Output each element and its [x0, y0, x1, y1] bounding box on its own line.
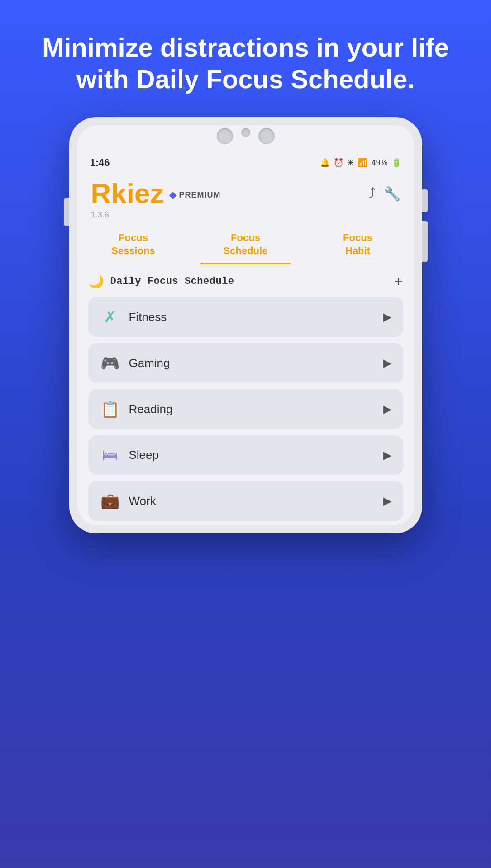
fitness-label: Fitness: [129, 310, 167, 324]
diamond-icon: ◆: [169, 189, 176, 200]
reading-label: Reading: [129, 402, 173, 416]
camera-dot-center: [241, 128, 250, 137]
schedule-item-sleep[interactable]: 🛏 Sleep ▶: [88, 435, 403, 475]
phone-screen: 1:46 🔔 ⏰ ✳ 📶 49% 🔋 Rkiez ◆ PREMIUM: [77, 125, 414, 525]
item-left-sleep: 🛏 Sleep: [100, 446, 159, 464]
alarm-icon: ⏰: [334, 158, 343, 168]
side-button-left: [64, 198, 69, 226]
item-left-gaming: 🎮 Gaming: [100, 354, 170, 372]
gaming-icon: 🎮: [100, 354, 120, 372]
app-header-icons: ⤴ 🔧: [369, 186, 400, 202]
schedule-header-left: 🌙 Daily Focus Schedule: [88, 274, 234, 289]
schedule-title: Daily Focus Schedule: [110, 276, 234, 287]
sleep-icon: 🛏: [100, 446, 120, 464]
camera-dot-left: [217, 128, 233, 144]
chevron-right-gaming: ▶: [383, 357, 391, 369]
share-icon[interactable]: ⤴: [369, 186, 376, 202]
tab-focus-schedule[interactable]: Focus Schedule: [190, 224, 302, 264]
tabs: Focus Sessions Focus Schedule Focus Habi…: [77, 224, 414, 264]
item-left-reading: 📋 Reading: [100, 400, 173, 418]
chevron-right-fitness: ▶: [383, 311, 391, 323]
hero-tagline: Minimize distractions in your life with …: [0, 0, 491, 117]
battery-icon: 🔋: [391, 158, 401, 168]
tab-focus-habit[interactable]: Focus Habit: [302, 224, 414, 264]
schedule-item-gaming[interactable]: 🎮 Gaming ▶: [88, 343, 403, 383]
wifi-icon: 📶: [358, 158, 367, 168]
item-left-work: 💼 Work: [100, 492, 156, 510]
schedule-item-reading[interactable]: 📋 Reading ▶: [88, 389, 403, 429]
phone-frame: 1:46 🔔 ⏰ ✳ 📶 49% 🔋 Rkiez ◆ PREMIUM: [69, 117, 422, 533]
chevron-right-sleep: ▶: [383, 449, 391, 462]
app-title: Rkiez: [91, 179, 164, 208]
schedule-items: ✗ Fitness ▶ 🎮 Gaming ▶ 📋: [88, 297, 403, 521]
schedule-item-work[interactable]: 💼 Work ▶: [88, 481, 403, 521]
tab-focus-sessions[interactable]: Focus Sessions: [77, 224, 190, 264]
fitness-icon: ✗: [100, 308, 120, 326]
gaming-label: Gaming: [129, 356, 170, 370]
schedule-section: 🌙 Daily Focus Schedule + ✗ Fitness ▶: [77, 264, 414, 525]
reading-icon: 📋: [100, 400, 120, 418]
work-label: Work: [129, 494, 156, 508]
side-button-right-1: [422, 189, 428, 212]
app-version: 1.3.6: [91, 210, 221, 220]
status-bar: 1:46 🔔 ⏰ ✳ 📶 49% 🔋: [77, 151, 414, 172]
work-icon: 💼: [100, 492, 120, 510]
status-icons: 🔔 ⏰ ✳ 📶 49% 🔋: [320, 158, 401, 168]
chevron-right-reading: ▶: [383, 403, 391, 415]
app-header: Rkiez ◆ PREMIUM 1.3.6 ⤴ 🔧: [77, 172, 414, 224]
settings-icon[interactable]: 🔧: [384, 186, 400, 202]
camera-dot-right: [258, 128, 275, 144]
item-left-fitness: ✗ Fitness: [100, 308, 167, 326]
schedule-header: 🌙 Daily Focus Schedule +: [88, 274, 403, 289]
camera-bar: [77, 125, 414, 151]
schedule-item-fitness[interactable]: ✗ Fitness ▶: [88, 297, 403, 337]
moon-icon: 🌙: [88, 274, 104, 289]
chevron-right-work: ▶: [383, 495, 391, 507]
side-button-right-2: [422, 221, 428, 262]
status-time: 1:46: [90, 157, 110, 169]
app-logo-row: Rkiez ◆ PREMIUM: [91, 179, 221, 208]
bluetooth-icon: ✳: [347, 158, 354, 168]
sleep-label: Sleep: [129, 448, 159, 462]
app-logo-area: Rkiez ◆ PREMIUM 1.3.6: [91, 179, 221, 220]
premium-badge: ◆ PREMIUM: [169, 189, 220, 200]
battery-level: 49%: [371, 158, 387, 168]
premium-label: PREMIUM: [179, 190, 220, 200]
notification-icon: 🔔: [320, 158, 330, 168]
add-schedule-button[interactable]: +: [394, 274, 403, 289]
